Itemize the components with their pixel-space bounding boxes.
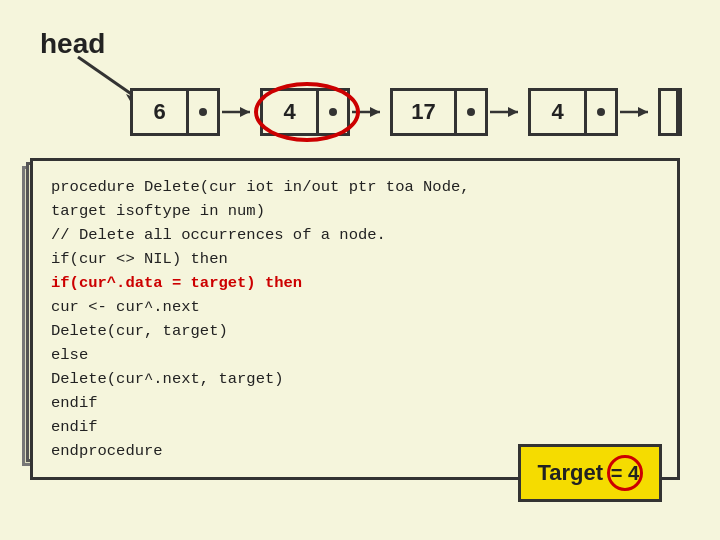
code-line-8: else [51,343,659,367]
terminator-inner [661,91,679,133]
node-4: 4 [528,88,618,136]
arrow-3-4 [490,102,526,122]
node-3-value: 17 [393,91,457,133]
code-line-5: if(cur^.data = target) then [51,271,659,295]
code-line-2: target isoftype in num) [51,199,659,223]
svg-marker-4 [240,107,250,117]
code-line-11: endif [51,415,659,439]
arrow-2-3 [352,102,388,122]
node-4-pointer [587,91,615,133]
node-1-value: 6 [133,91,189,133]
linked-list: 6 4 17 [130,88,682,136]
svg-marker-7 [370,107,380,117]
code-line-10: endif [51,391,659,415]
arrow-4-term [620,102,656,122]
code-line-3: // Delete all occurrences of a node. [51,223,659,247]
arrow-1-2 [222,102,258,122]
svg-point-5 [329,108,337,116]
page-container: head 6 4 [0,0,720,540]
code-line-9: Delete(cur^.next, target) [51,367,659,391]
svg-marker-10 [508,107,518,117]
target-value: = 4 [611,462,639,485]
svg-point-2 [199,108,207,116]
svg-point-8 [467,108,475,116]
terminator [658,88,682,136]
node-3-pointer [457,91,485,133]
node-2-wrapper: 4 [260,88,350,136]
svg-marker-13 [638,107,648,117]
node-1: 6 [130,88,220,136]
code-line-4: if(cur <> NIL) then [51,247,659,271]
target-label: Target [537,460,603,486]
node-4-value: 4 [531,91,587,133]
svg-point-11 [597,108,605,116]
node-2-value: 4 [263,91,319,133]
node-2: 4 [260,88,350,136]
node-1-pointer [189,91,217,133]
code-line-1: procedure Delete(cur iot in/out ptr toa … [51,175,659,199]
code-line-6: cur <- cur^.next [51,295,659,319]
node-3: 17 [390,88,488,136]
node-2-pointer [319,91,347,133]
target-equals-circle: = 4 [607,455,643,491]
target-badge: Target = 4 [518,444,662,502]
code-box: procedure Delete(cur iot in/out ptr toa … [30,158,680,480]
code-line-7: Delete(cur, target) [51,319,659,343]
